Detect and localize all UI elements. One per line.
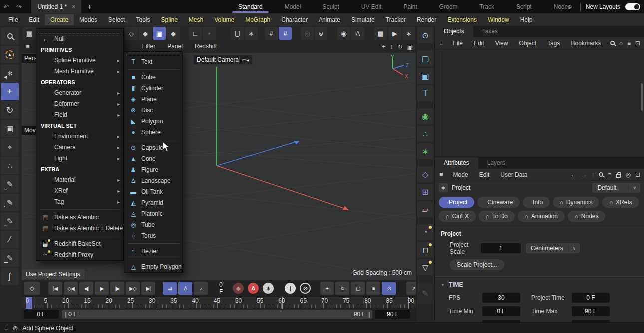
- range-start-field[interactable]: 0 F: [24, 310, 59, 319]
- toolbar-button[interactable]: ▶: [388, 27, 401, 40]
- mesh-submenu-entry[interactable]: [124, 241, 182, 246]
- popout-icon[interactable]: ⊡: [635, 171, 640, 178]
- menu-item[interactable]: Select: [103, 14, 130, 25]
- popout-icon[interactable]: ⊡: [635, 40, 640, 47]
- object-tree[interactable]: [435, 49, 644, 157]
- create-menu-entry[interactable]: Deformer ▸: [36, 98, 123, 109]
- attributes-menu-item[interactable]: Edit: [474, 170, 495, 180]
- palette-button[interactable]: ◇: [417, 166, 433, 182]
- search-icon[interactable]: [599, 172, 603, 177]
- mesh-submenu-entry[interactable]: ◬ Platonic: [124, 208, 182, 219]
- record-button[interactable]: ∗: [263, 283, 274, 294]
- menu-item[interactable]: Tracker: [380, 14, 411, 25]
- playback-toggle[interactable]: A: [178, 282, 192, 295]
- playback-toggle[interactable]: ⇄: [163, 282, 177, 295]
- undo-icon[interactable]: ↶: [0, 3, 13, 11]
- palette-button[interactable]: ∴: [417, 126, 433, 142]
- tool-button[interactable]: ▣: [1, 120, 19, 137]
- toolbar-button[interactable]: ∗: [402, 27, 415, 40]
- palette-button[interactable]: ⊙: [417, 27, 433, 43]
- range-left-grip[interactable]: ||: [65, 311, 66, 318]
- toolbar-button[interactable]: ◆: [167, 27, 180, 40]
- forward-icon[interactable]: →: [581, 171, 587, 178]
- key-toggle[interactable]: ≡: [366, 282, 380, 295]
- back-icon[interactable]: ←: [570, 171, 576, 178]
- toolbar-button[interactable]: A: [351, 27, 364, 40]
- create-menu-entry[interactable]: [36, 207, 123, 212]
- tool-button[interactable]: ⌖: [1, 138, 19, 156]
- field-value[interactable]: 30: [482, 293, 520, 303]
- attributes-burger-icon[interactable]: ≡: [435, 171, 448, 178]
- attribute-tab-chip[interactable]: ⌂ Nodes: [568, 211, 605, 222]
- scrollbar-thumb[interactable]: [641, 83, 643, 111]
- palette-button[interactable]: ▣: [417, 68, 433, 84]
- toolbar-button[interactable]: ◎: [301, 27, 314, 40]
- camera-control-icon[interactable]: +: [382, 43, 386, 50]
- menu-item[interactable]: Character: [276, 14, 313, 25]
- current-frame-field[interactable]: 0 F: [219, 283, 223, 294]
- toolbar-button[interactable]: ⊚: [315, 27, 327, 40]
- playback-button[interactable]: ▶◇: [126, 282, 140, 295]
- toolbar-button[interactable]: ▪: [203, 27, 216, 40]
- create-menu-entry[interactable]: Material ▸: [36, 174, 123, 185]
- palette-button[interactable]: ▽: [417, 259, 433, 275]
- lock-icon[interactable]: [616, 174, 621, 178]
- mesh-submenu-entry[interactable]: ▮ Cylinder: [124, 83, 182, 94]
- menu-item[interactable]: Tools: [130, 14, 155, 25]
- layout-tab[interactable]: Paint: [392, 0, 428, 13]
- preset-dropdown[interactable]: Default ∨: [592, 183, 640, 193]
- attribute-tab-chip[interactable]: Project: [439, 197, 474, 208]
- tool-button[interactable]: ✎ ▪: [1, 194, 19, 211]
- set-keyframe-button[interactable]: ◇: [24, 282, 40, 295]
- create-menu-entry[interactable]: ∽ Redshift Proxy: [36, 249, 123, 260]
- playback-button[interactable]: ◀|: [79, 282, 93, 295]
- project-scale-field[interactable]: 1: [481, 243, 521, 253]
- toolbar-button[interactable]: ∗: [245, 27, 258, 40]
- mesh-submenu-entry[interactable]: [124, 67, 182, 72]
- key-toggle[interactable]: ⊘: [382, 282, 396, 295]
- create-menu-entry[interactable]: EXTRA: [36, 164, 123, 174]
- toolbar-button[interactable]: ▤: [23, 27, 36, 40]
- key-toggle[interactable]: ↻: [335, 282, 349, 295]
- tool-button[interactable]: ∗ ◀: [1, 64, 19, 82]
- attribute-tab-chip[interactable]: Cineware: [477, 197, 520, 208]
- menu-item[interactable]: Spline: [155, 14, 183, 25]
- layout-tab[interactable]: Standard: [227, 0, 274, 13]
- playback-button[interactable]: ▶: [95, 282, 109, 295]
- palette-button[interactable]: T: [417, 85, 433, 101]
- record-button[interactable]: A: [248, 283, 259, 294]
- tool-button[interactable]: [1, 27, 19, 45]
- key-toggle[interactable]: ▢: [351, 282, 365, 295]
- unit-dropdown[interactable]: Centimeters ∨: [526, 243, 580, 253]
- create-menu-entry[interactable]: ⌞ Null: [36, 33, 123, 44]
- range-right-grip[interactable]: ||: [368, 311, 369, 318]
- playback-button[interactable]: ▶|: [141, 282, 155, 295]
- record-button[interactable]: ◆: [233, 283, 244, 294]
- palette-button[interactable]: ◔: [417, 224, 433, 240]
- collapse-triangle-icon[interactable]: ▼: [441, 283, 445, 287]
- camera-control-icon[interactable]: ↻: [398, 43, 403, 50]
- target-icon[interactable]: ◎: [625, 171, 630, 178]
- mesh-submenu-entry[interactable]: ◎ Tube: [124, 219, 182, 230]
- mesh-submenu-entry[interactable]: ∆ Landscape: [124, 175, 182, 186]
- toolbar-button[interactable]: #: [265, 27, 278, 40]
- create-menu-entry[interactable]: PRIMITIVES: [36, 44, 123, 55]
- viewport-menu-item[interactable]: Redshift: [189, 41, 223, 51]
- layout-tab[interactable]: Sculpt: [312, 0, 350, 13]
- home-icon[interactable]: ⌂: [619, 40, 623, 47]
- tear-off-handle[interactable]: [126, 52, 180, 55]
- status-burger-icon[interactable]: ≡: [4, 324, 8, 332]
- palette-button[interactable]: ▱: [417, 201, 433, 217]
- toolbar-button[interactable]: ∟: [189, 27, 202, 40]
- objects-burger-icon[interactable]: ≡: [435, 39, 448, 47]
- toolbar-button[interactable]: ◉: [337, 27, 350, 40]
- tool-button[interactable]: +: [1, 83, 19, 100]
- objects-menu-item[interactable]: Object: [513, 38, 542, 48]
- palette-button[interactable]: ⊞: [417, 184, 433, 200]
- field-value[interactable]: 0 F: [572, 293, 610, 303]
- attribute-tab-chip[interactable]: ⌂ To Do: [479, 211, 515, 222]
- new-document-button[interactable]: +: [81, 2, 98, 11]
- filter-icon[interactable]: ≡: [627, 40, 631, 47]
- record-button[interactable]: |: [285, 283, 296, 294]
- field-value[interactable]: 0 F: [482, 306, 520, 316]
